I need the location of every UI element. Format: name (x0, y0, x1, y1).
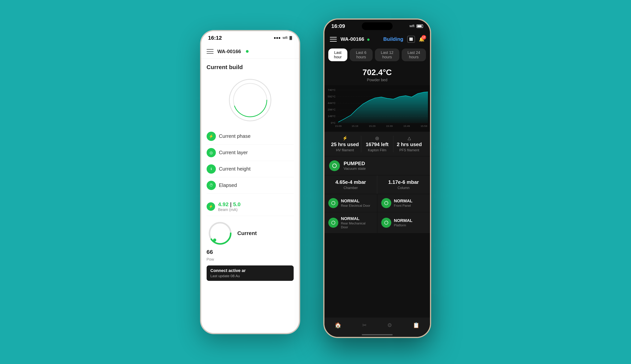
svg-text:15:19: 15:19 (352, 124, 358, 127)
interlock-rear-mechanical: NORMAL Rear Mechanical Door (324, 212, 377, 233)
current-gauge (206, 220, 234, 247)
kapton-label: Kapton Film (361, 148, 393, 152)
beam-icon: ⚡ (206, 202, 215, 211)
front-device-id: WA-00166 (341, 36, 380, 42)
svg-text:15:09: 15:09 (335, 124, 342, 127)
temperature-card: 702.4°C Powder bed (324, 64, 430, 82)
front-panel-status: NORMAL (394, 198, 413, 204)
rear-mechanical-status: NORMAL (341, 216, 373, 221)
platform-icon (381, 218, 391, 228)
tooltip-subtitle: Last update 08 Au (210, 274, 290, 278)
height-icon: ℹ (206, 164, 216, 174)
rear-electrical-text: NORMAL Rear Electrical Door (341, 198, 370, 208)
vacuum-icon (329, 160, 340, 171)
pressure-column: 1.17e-6 mbar Column (377, 175, 430, 194)
front-navbar: WA-00166 Building ⬜ 🔔 17 (324, 33, 430, 46)
temperature-value: 702.4°C (330, 68, 424, 77)
svg-text:148°C: 148°C (328, 115, 336, 118)
interlock-grid: NORMAL Rear Electrical Door NORMAL (324, 194, 430, 233)
nav-home[interactable]: 🏠 (331, 320, 345, 330)
settings-icon: ⚙ (387, 322, 392, 328)
layer-label: Current layer (219, 150, 248, 156)
back-status-icons: ●●● wifi ▓ (274, 36, 292, 40)
time-filter-bar: Last hour Last 6 hours Last 12 hours Las… (324, 46, 430, 64)
back-tooltip: Connect active ar Last update 08 Au (206, 266, 294, 281)
notification-bell[interactable]: 🔔 17 (419, 36, 424, 42)
stat-hv-filament: ⚡ 25 hrs used HV filament (329, 136, 361, 152)
platform-status: NORMAL (394, 218, 413, 223)
chamber-pressure-value: 4.65e-4 mbar (329, 179, 372, 185)
signal-icon: ●●● (274, 36, 280, 40)
chart-container: 740°C 592°C 444°C 296°C 148°C 0°C 15:09 … (324, 85, 430, 132)
battery-fill (417, 25, 422, 27)
kapton-icon: ◎ (361, 136, 393, 141)
svg-text:15:29: 15:29 (369, 124, 375, 127)
menu-item-elapsed[interactable]: ⏱ Elapsed (206, 177, 294, 194)
svg-text:740°C: 740°C (328, 88, 336, 91)
rear-mechanical-name: Rear Mechanical Door (341, 222, 373, 229)
back-scrollable-content[interactable]: Current build ⚡ Current phase (201, 58, 299, 333)
menu-item-layer[interactable]: ◎ Current layer (206, 144, 294, 161)
vacuum-sublabel: Vacuum state (344, 166, 366, 171)
svg-text:15:59: 15:59 (420, 124, 427, 127)
pressure-chamber: 4.65e-4 mbar Chamber (324, 175, 377, 194)
menu-item-phase[interactable]: ⚡ Current phase (206, 128, 294, 144)
front-status-icons: wifi (410, 24, 423, 28)
phase-icon: ⚡ (206, 132, 216, 141)
nav-settings[interactable]: ⚙ (384, 320, 396, 330)
pfs-filament-value: 2 hrs used (394, 142, 425, 148)
stat-pfs-filament: △ 2 hrs used PFS filament (393, 136, 425, 152)
current-section: Current (206, 220, 294, 247)
tab-last-24-hours[interactable]: Last 24 hours (402, 48, 426, 61)
nav-reports[interactable]: 📋 (409, 320, 424, 330)
back-status-dot (246, 50, 248, 53)
stat-kapton: ◎ 16794 left Kapton Film (361, 136, 393, 152)
pfs-filament-label: PFS filament (394, 148, 425, 152)
tab-last-hour[interactable]: Last hour (328, 48, 348, 61)
front-panel-name: Front Panel (394, 204, 413, 208)
interlock-platform: NORMAL Platform (378, 212, 430, 233)
tools-icon: ✂ (362, 322, 366, 328)
front-status-dot (367, 38, 370, 41)
tooltip-title: Connect active ar (210, 268, 290, 273)
back-navbar: WA-00166 (201, 45, 299, 58)
powder-label: Pow (206, 257, 294, 262)
battery-icon-light: ▓ (290, 36, 292, 40)
device-icon[interactable]: ⬜ (407, 36, 415, 43)
front-scrollable-content[interactable]: Last hour Last 6 hours Last 12 hours Las… (324, 46, 430, 328)
dynamic-island (362, 22, 392, 30)
temperature-label: Powder bed (330, 78, 424, 82)
menu-item-height[interactable]: ℹ Current height (206, 161, 294, 177)
column-pressure-label: Column (382, 186, 425, 190)
front-panel-text: NORMAL Front Panel (394, 198, 413, 208)
nav-tools[interactable]: ✂ (358, 320, 370, 330)
platform-text: NORMAL Platform (394, 218, 413, 227)
home-indicator (362, 334, 392, 335)
back-gauge-area (206, 75, 294, 125)
tab-last-6-hours[interactable]: Last 6 hours (350, 48, 372, 61)
pfs-filament-icon: △ (394, 136, 425, 141)
hv-filament-label: HV filament (329, 148, 361, 152)
front-status-time: 16:09 (332, 23, 345, 29)
menu-icon[interactable] (206, 49, 214, 54)
svg-text:0°C: 0°C (331, 122, 336, 124)
kapton-value: 16794 left (361, 142, 393, 148)
back-status-time: 16:12 (208, 35, 222, 41)
front-menu-icon[interactable] (330, 37, 337, 42)
hv-filament-value: 25 hrs used (329, 142, 361, 148)
svg-point-4 (213, 238, 216, 242)
back-device-id: WA-00166 (218, 48, 241, 54)
current-text: Current (238, 230, 294, 236)
interlock-front-panel: NORMAL Front Panel (378, 194, 430, 212)
building-label: Building (384, 36, 404, 42)
phones-container: 16:12 ●●● wifi ▓ WA-00166 Current build (200, 18, 431, 346)
interlock-rear-electrical: NORMAL Rear Electrical Door (324, 194, 377, 212)
notification-badge: 17 (422, 35, 426, 40)
tab-last-12-hours[interactable]: Last 12 hours (375, 48, 399, 61)
back-menu-items: ⚡ Current phase ◎ Current layer ℹ Curren… (206, 128, 294, 194)
back-status-bar: 16:12 ●●● wifi ▓ (201, 31, 299, 45)
beam-label: Beam (mA) (218, 208, 241, 212)
beam-value: 4.92 | 5.0 (218, 201, 241, 208)
main-gauge-circle (229, 79, 271, 121)
column-pressure-value: 1.17e-6 mbar (382, 179, 425, 185)
